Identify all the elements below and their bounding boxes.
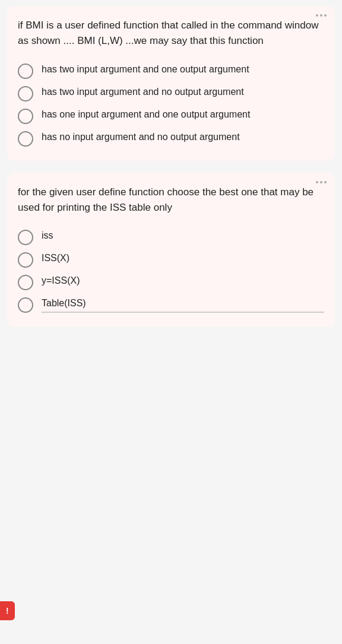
options-list-1: has two input argument and one output ar… xyxy=(18,62,324,147)
dot-icon xyxy=(316,181,318,183)
radio-1b[interactable] xyxy=(18,86,33,101)
underline-decoration xyxy=(42,312,324,313)
option-label-2b: ISS(X) xyxy=(42,251,69,265)
dot-icon xyxy=(320,14,322,17)
option-item-2a[interactable]: iss xyxy=(18,229,324,245)
radio-1c[interactable] xyxy=(18,109,33,124)
option-item-1b[interactable]: has two input argument and no output arg… xyxy=(18,85,324,101)
feedback-button[interactable]: ! xyxy=(0,601,15,620)
option-label-1d: has no input argument and no output argu… xyxy=(42,130,240,144)
radio-2c[interactable] xyxy=(18,275,33,290)
option-item-1d[interactable]: has no input argument and no output argu… xyxy=(18,130,324,147)
question-text-1: if BMI is a user defined function that c… xyxy=(18,18,324,49)
option-label-2c: y=ISS(X) xyxy=(42,274,80,288)
option-item-2c[interactable]: y=ISS(X) xyxy=(18,274,324,290)
option-item-1c[interactable]: has one input argument and one output ar… xyxy=(18,107,324,124)
question-card-2: for the given user define function choos… xyxy=(7,173,335,328)
option-label-1a: has two input argument and one output ar… xyxy=(42,62,249,77)
option-label-2d: Table(ISS) xyxy=(42,298,86,308)
question-text-2: for the given user define function choos… xyxy=(18,185,324,216)
more-options-button-1[interactable] xyxy=(316,14,327,17)
options-list-2: iss ISS(X) y=ISS(X) Table(ISS) xyxy=(18,229,324,313)
radio-2d[interactable] xyxy=(18,297,33,313)
option-item-2d[interactable]: Table(ISS) xyxy=(18,296,324,313)
option-item-2b[interactable]: ISS(X) xyxy=(18,251,324,268)
dot-icon xyxy=(324,14,327,17)
option-label-2a: iss xyxy=(42,229,53,243)
feedback-icon: ! xyxy=(6,606,9,616)
radio-2b[interactable] xyxy=(18,252,33,268)
question-card-1: if BMI is a user defined function that c… xyxy=(7,6,335,161)
radio-2a[interactable] xyxy=(18,230,33,245)
radio-1d[interactable] xyxy=(18,131,33,147)
dot-icon xyxy=(316,14,318,17)
radio-1a[interactable] xyxy=(18,64,33,79)
dot-icon xyxy=(320,181,322,183)
option-label-1b: has two input argument and no output arg… xyxy=(42,85,244,99)
option-item-1a[interactable]: has two input argument and one output ar… xyxy=(18,62,324,79)
option-label-1c: has one input argument and one output ar… xyxy=(42,107,250,122)
more-options-button-2[interactable] xyxy=(316,181,327,183)
dot-icon xyxy=(324,181,327,183)
